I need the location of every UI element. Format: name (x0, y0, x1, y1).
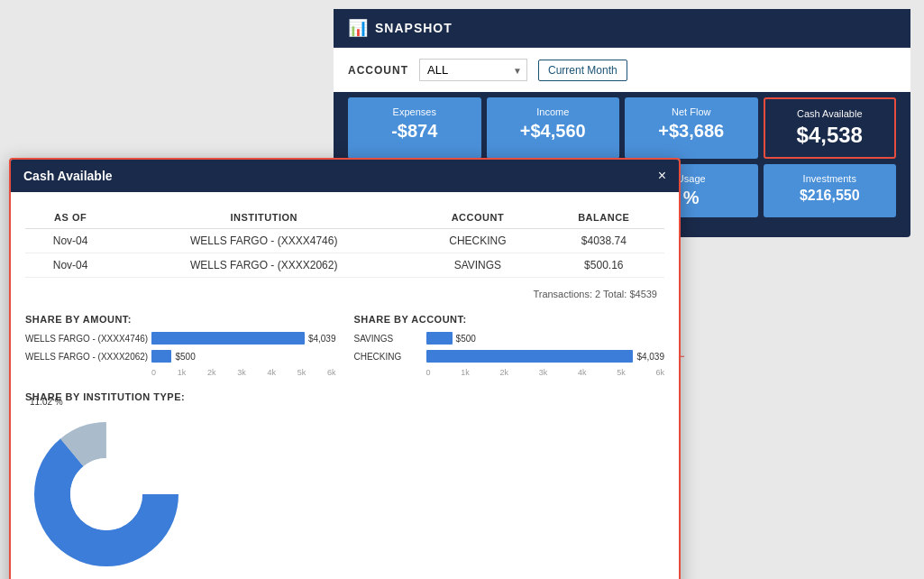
share-by-account-chart: SAVINGS $500 CHECKING (354, 332, 665, 377)
cash-available-table: AS OF INSTITUTION ACCOUNT BALANCE Nov-04… (25, 207, 664, 278)
acct-axis-3k: 3k (539, 368, 548, 377)
metric-expenses-label: Expenses (359, 106, 471, 117)
acct-bar-value-1: $500 (456, 334, 476, 344)
col-header-balance: BALANCE (544, 207, 664, 229)
row1-account: CHECKING (412, 229, 543, 253)
share-by-amount-section: SHARE BY AMOUNT: WELLS FARGO - (XXXX4746… (25, 314, 336, 377)
modal-title: Cash Available (23, 169, 113, 183)
snapshot-title: SNAPSHOT (375, 21, 453, 35)
account-axis-labels: 0 1k 2k 3k 4k 5k 6k (426, 368, 665, 377)
row1-balance: $4038.74 (544, 229, 664, 253)
acct-bar-container-2: $4,039 (426, 350, 665, 363)
acct-bar-container-1: $500 (426, 332, 665, 345)
metric-netflow-label: Net Flow (636, 106, 747, 117)
row1-date: Nov-04 (25, 229, 115, 253)
metric-netflow[interactable]: Net Flow +$3,686 (625, 97, 758, 159)
donut-chart-wrapper: 11.02 % 88.98 % (25, 413, 188, 579)
account-label: ACCOUNT (348, 64, 408, 77)
modal-header: Cash Available × (11, 160, 679, 192)
metric-netflow-value: +$3,686 (636, 121, 747, 142)
share-by-amount-chart: WELLS FARGO - (XXXX4746) $4,039 WELLS FA… (25, 332, 336, 377)
table-row: Nov-04 WELLS FARGO - (XXXX4746) CHECKING… (25, 229, 664, 253)
acct-bar-value-2: $4,039 (636, 352, 664, 362)
metric-investments-label: Investments (774, 173, 886, 184)
table-footer: Transactions: 2 Total: $4539 (25, 285, 664, 303)
metric-cash-value: $4,538 (776, 123, 884, 148)
modal-close-button[interactable]: × (658, 169, 666, 183)
axis-6k: 6k (327, 368, 336, 377)
institution-type-title: SHARE BY INSTITUTION TYPE: (25, 391, 664, 402)
bar-row-2: WELLS FARGO - (XXXX2062) $500 (25, 350, 336, 363)
bar-label-1: WELLS FARGO - (XXXX4746) (25, 334, 151, 344)
amount-axis-labels: 0 1k 2k 3k 4k 5k 6k (151, 368, 336, 377)
metrics-grid: Expenses -$874 Income +$4,560 Net Flow +… (334, 92, 910, 164)
acct-bar-row-2: CHECKING $4,039 (354, 350, 665, 363)
acct-axis-4k: 4k (578, 368, 587, 377)
acct-bar-label-2: CHECKING (354, 352, 426, 362)
donut-hole (70, 458, 142, 530)
charts-row: SHARE BY AMOUNT: WELLS FARGO - (XXXX4746… (25, 314, 664, 377)
metric-expenses-value: -$874 (359, 121, 471, 142)
bar-value-1: $4,039 (308, 334, 336, 344)
donut-chart-svg (25, 413, 188, 575)
row1-institution: WELLS FARGO - (XXXX4746) (115, 229, 412, 253)
metric-cash-label: Cash Available (776, 108, 884, 119)
bar-label-2: WELLS FARGO - (XXXX2062) (25, 352, 151, 362)
modal-body: AS OF INSTITUTION ACCOUNT BALANCE Nov-04… (11, 192, 679, 579)
acct-bar-fill-1 (426, 332, 453, 345)
table-row: Nov-04 WELLS FARGO - (XXXX2062) SAVINGS … (25, 253, 664, 278)
snapshot-icon: 📊 (348, 18, 368, 38)
col-header-date: AS OF (25, 207, 115, 229)
account-select[interactable]: ALL (419, 59, 527, 81)
metric-income-value: +$4,560 (498, 121, 609, 142)
axis-1k: 1k (178, 368, 187, 377)
snapshot-header: 📊 SNAPSHOT (334, 9, 910, 48)
acct-bar-label-1: SAVINGS (354, 334, 426, 344)
axis-3k: 3k (237, 368, 246, 377)
metric-income-label: Income (498, 106, 609, 117)
acct-axis-5k: 5k (617, 368, 626, 377)
row2-date: Nov-04 (25, 253, 115, 278)
metric-cash-available[interactable]: Cash Available $4,538 (764, 97, 897, 159)
acct-bar-row-1: SAVINGS $500 (354, 332, 665, 345)
metric-expenses[interactable]: Expenses -$874 (348, 97, 481, 159)
row2-balance: $500.16 (544, 253, 664, 278)
share-by-account-section: SHARE BY ACCOUNT: SAVINGS $500 CHECKING (354, 314, 665, 377)
axis-4k: 4k (267, 368, 276, 377)
metric-investments-value: $216,550 (774, 188, 886, 204)
acct-axis-1k: 1k (461, 368, 470, 377)
cash-available-modal: Cash Available × AS OF INSTITUTION ACCOU… (9, 158, 681, 579)
bar-container-1: $4,039 (151, 332, 336, 345)
acct-axis-2k: 2k (499, 368, 508, 377)
row2-account: SAVINGS (412, 253, 543, 278)
metric-income[interactable]: Income +$4,560 (487, 97, 620, 159)
share-by-institution-section: SHARE BY INSTITUTION TYPE: 11.02 % 88.98… (25, 391, 664, 579)
share-by-account-title: SHARE BY ACCOUNT: (354, 314, 665, 325)
col-header-account: ACCOUNT (412, 207, 543, 229)
snapshot-controls: ACCOUNT ALL ▼ Current Month (334, 48, 910, 92)
account-select-wrapper[interactable]: ALL ▼ (419, 59, 527, 81)
axis-2k: 2k (207, 368, 216, 377)
bar-container-2: $500 (151, 350, 336, 363)
share-by-amount-title: SHARE BY AMOUNT: (25, 314, 336, 325)
acct-bar-fill-2 (426, 350, 634, 363)
bar-value-2: $500 (175, 352, 195, 362)
bar-fill-2 (151, 350, 171, 363)
bar-row-1: WELLS FARGO - (XXXX4746) $4,039 (25, 332, 336, 345)
metric-investments[interactable]: Investments $216,550 (764, 164, 897, 217)
acct-axis-0: 0 (426, 368, 431, 377)
current-month-button[interactable]: Current Month (538, 60, 627, 81)
bar-fill-1 (151, 332, 305, 345)
acct-axis-6k: 6k (655, 368, 664, 377)
axis-0: 0 (151, 368, 156, 377)
donut-label-top: 11.02 % (30, 397, 63, 407)
row2-institution: WELLS FARGO - (XXXX2062) (115, 253, 412, 278)
col-header-institution: INSTITUTION (115, 207, 412, 229)
axis-5k: 5k (297, 368, 306, 377)
